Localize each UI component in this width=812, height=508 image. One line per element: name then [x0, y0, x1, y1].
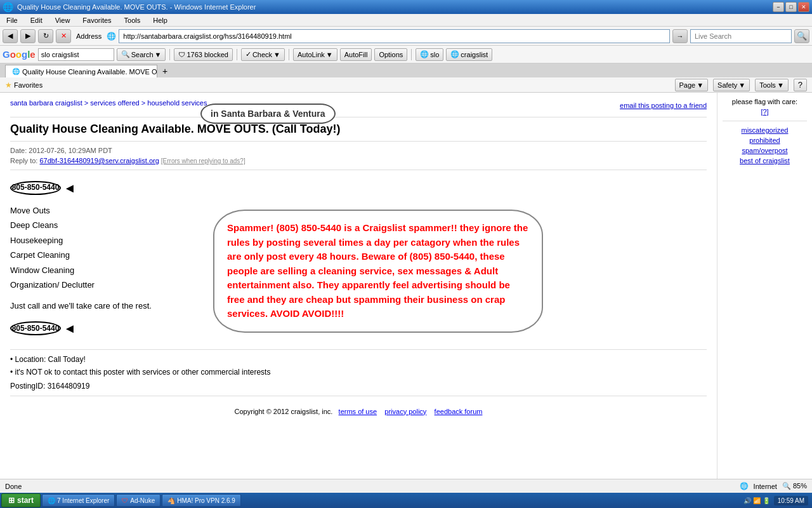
refresh-button[interactable]: ↻	[38, 29, 53, 43]
maximize-button[interactable]: □	[785, 2, 797, 12]
tab-bar: 🌐 Quality House Cleaning Available. MOVE…	[0, 64, 812, 77]
breadcrumb-sep1: >	[84, 99, 90, 107]
service-3: Carpet Cleaning	[10, 248, 175, 262]
services-section: Move Outs Deep Cleans Housekeeping Carpe…	[10, 203, 707, 339]
status-bar-right: 🌐 Internet 🔍 85%	[740, 482, 807, 490]
menu-tools[interactable]: Tools	[121, 15, 145, 25]
flag-section: please flag with care: [?] miscategorize…	[723, 98, 807, 164]
breadcrumb: santa barbara craigslist > services offe…	[10, 99, 207, 107]
services-list-col: Move Outs Deep Cleans Housekeeping Carpe…	[10, 203, 175, 339]
slo-button[interactable]: 🌐 slo	[416, 48, 443, 61]
google-search-input[interactable]	[38, 48, 114, 61]
service-0: Move Outs	[10, 203, 175, 218]
title-divider	[10, 141, 707, 142]
craigslist-button[interactable]: 🌐 craigslist	[446, 48, 492, 61]
breadcrumb-cat2[interactable]: household services	[147, 99, 207, 107]
star-icon: ★	[5, 81, 12, 90]
posting-date: Date: 2012-07-26, 10:29AM PDT	[10, 147, 707, 154]
breadcrumb-home[interactable]: santa barbara craigslist	[10, 99, 82, 107]
autofill-button[interactable]: AutoFill	[340, 48, 372, 61]
blocked-icon: 🛡	[178, 51, 185, 58]
breadcrumb-row: santa barbara craigslist > services offe…	[10, 99, 707, 112]
favorites-icon-item[interactable]: ★ Favorites	[5, 81, 43, 90]
menu-edit[interactable]: Edit	[27, 15, 46, 25]
title-section: Quality House Cleaning Available. MOVE O…	[10, 123, 707, 136]
service-2: Housekeeping	[10, 233, 175, 248]
copyright: Copyright © 2012 craigslist, inc.	[235, 408, 333, 415]
flag-help-link[interactable]: [?]	[723, 108, 807, 116]
title-bar-left: 🌐 Quality House Cleaning Available. MOVE…	[3, 2, 256, 12]
toolbar-separator4	[411, 49, 412, 60]
top-divider	[10, 117, 707, 117]
service-1: Deep Cleans	[10, 218, 175, 232]
service-4: Window Cleaning	[10, 263, 175, 277]
live-search-input[interactable]	[690, 29, 792, 43]
service-5: Organization/ Declutter	[10, 277, 175, 292]
options-button[interactable]: Options	[374, 48, 407, 61]
tagline: Just call and we'll take care of the res…	[10, 300, 175, 313]
toolbar: Google 🔍 Search ▼ 🛡 1763 blocked ✓ Check…	[0, 46, 812, 64]
location-row: • Location: Call Today!	[10, 355, 707, 364]
go-button[interactable]: →	[672, 29, 688, 43]
footer: Copyright © 2012 craigslist, inc. terms …	[10, 401, 707, 422]
menu-file[interactable]: File	[3, 15, 22, 25]
arrow1-icon: ◄	[63, 178, 76, 198]
email-friend-link[interactable]: email this posting to a friend	[620, 102, 707, 109]
ie-logo-icon: 🌐	[3, 2, 13, 12]
footer-divider	[10, 396, 707, 396]
google-logo: Google	[3, 49, 36, 60]
help-button[interactable]: ?	[794, 79, 807, 91]
contact-note: it's NOT ok to contact this poster with …	[15, 368, 271, 377]
breadcrumb-sep2: >	[141, 99, 147, 107]
tab-icon: 🌐	[12, 68, 20, 75]
minimize-button[interactable]: −	[773, 2, 784, 12]
flag-prohibited[interactable]: prohibited	[723, 137, 807, 144]
title-bar: 🌐 Quality House Cleaning Available. MOVE…	[0, 0, 812, 14]
feedback-link[interactable]: feedback forum	[435, 408, 483, 415]
content-area: santa barbara craigslist > services offe…	[0, 93, 812, 493]
menu-bar: File Edit View Favorites Tools Help	[0, 14, 812, 27]
address-label: Address	[74, 32, 104, 40]
stop-button[interactable]: ✕	[56, 29, 71, 43]
slo-icon: 🌐	[420, 50, 429, 58]
posting-reply: Reply to: 67dbf-3164480919@serv.craigsli…	[10, 157, 707, 164]
reply-email-link[interactable]: 67dbf-3164480919@serv.craigslist.org	[39, 157, 159, 164]
phone1-row: 805-850-5440 ◄	[10, 178, 707, 198]
toolbar-separator3	[289, 49, 289, 60]
url-input[interactable]	[119, 29, 670, 43]
flag-spam[interactable]: spam/overpost	[723, 147, 807, 154]
zoom-text: 🔍 85%	[782, 482, 807, 490]
flag-miscategorized[interactable]: miscategorized	[723, 126, 807, 134]
safety-button[interactable]: Safety ▼	[713, 79, 750, 91]
close-button[interactable]: ✕	[798, 2, 809, 12]
bullet2: •	[10, 368, 15, 377]
live-search-button[interactable]: 🔍	[794, 29, 809, 43]
terms-link[interactable]: terms of use	[339, 408, 377, 415]
arrow2-icon: ◄	[63, 318, 76, 338]
reply-errors-link[interactable]: [Errors when replying to ads?]	[161, 157, 246, 164]
google-search-button[interactable]: 🔍 Search ▼	[117, 48, 166, 61]
menu-view[interactable]: View	[51, 15, 74, 25]
check-button[interactable]: ✓ Check ▼	[241, 48, 285, 61]
search-icon: 🔍	[121, 50, 130, 58]
menu-favorites[interactable]: Favorites	[79, 15, 115, 25]
breadcrumb-cat1[interactable]: services offered	[90, 99, 139, 107]
new-tab-button[interactable]: +	[159, 65, 171, 77]
menu-help[interactable]: Help	[149, 15, 171, 25]
check-icon: ✓	[246, 50, 251, 58]
posting-id: PostingID: 3164480919	[10, 382, 89, 391]
tools-menu-button[interactable]: Tools ▼	[755, 79, 789, 91]
privacy-link[interactable]: privacy policy	[384, 408, 426, 415]
blocked-button[interactable]: 🛡 1763 blocked	[174, 48, 232, 61]
posting-body: 805-850-5440 ◄ Move Outs Deep Cleans Hou…	[10, 178, 707, 339]
autolink-button[interactable]: AutoLink ▼	[293, 48, 337, 61]
back-button[interactable]: ◀	[3, 29, 18, 43]
internet-icon: 🌐	[740, 482, 749, 490]
page-button[interactable]: Page ▼	[675, 79, 709, 91]
flag-best[interactable]: best of craigslist	[723, 157, 807, 164]
spam-annotation-bubble: Spammer! (805) 850-5440 is a Craigslist …	[213, 210, 543, 333]
meta-divider	[10, 170, 707, 170]
active-tab[interactable]: 🌐 Quality House Cleaning Available. MOVE…	[5, 65, 157, 77]
forward-button[interactable]: ▶	[20, 29, 36, 43]
phone2-bubble: 805-850-5440	[10, 321, 61, 335]
